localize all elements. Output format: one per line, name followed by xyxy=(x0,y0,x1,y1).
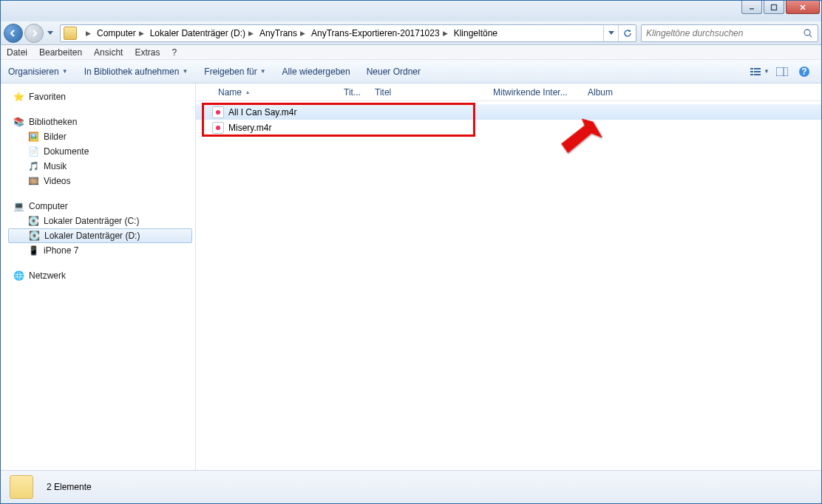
chevron-down-icon: ▼ xyxy=(260,68,266,75)
chevron-right-icon: ▶ xyxy=(248,30,254,37)
tree-network[interactable]: 🌐Netzwerk xyxy=(8,268,192,283)
breadcrumb-item[interactable]: AnyTrans▶ xyxy=(257,25,308,41)
phone-icon: 📱 xyxy=(27,245,39,256)
libraries-icon: 📚 xyxy=(13,116,24,128)
minimize-button[interactable] xyxy=(741,1,762,14)
back-button[interactable] xyxy=(4,24,23,43)
tree-music[interactable]: 🎵Musik xyxy=(8,159,192,174)
menu-datei[interactable]: Datei xyxy=(7,47,27,58)
music-icon: 🎵 xyxy=(27,160,39,172)
library-button[interactable]: In Bibliothek aufnehmen▼ xyxy=(84,67,188,77)
chevron-right-icon: ▶ xyxy=(86,30,91,37)
column-album[interactable]: Album xyxy=(582,87,656,98)
audio-file-icon xyxy=(212,122,224,134)
svg-rect-12 xyxy=(776,67,788,76)
svg-line-5 xyxy=(809,35,812,37)
menu-bearbeiten[interactable]: Bearbeiten xyxy=(39,47,82,58)
column-headers: Name▴ Tit... Titel Mitwirkende Inter... … xyxy=(196,84,821,101)
navigation-pane: ⭐Favoriten 📚Bibliotheken 🖼️Bilder 📄Dokum… xyxy=(1,84,196,487)
svg-text:?: ? xyxy=(801,67,806,77)
organize-button[interactable]: Organisieren▼ xyxy=(8,67,68,77)
documents-icon: 📄 xyxy=(27,146,39,157)
column-tit[interactable]: Tit... xyxy=(338,87,369,98)
tree-libraries[interactable]: 📚Bibliotheken xyxy=(8,115,192,129)
menu-hilfe[interactable]: ? xyxy=(171,47,177,58)
search-input[interactable] xyxy=(646,28,803,38)
breadcrumb-item[interactable]: AnyTrans-Exportieren-20171023▶ xyxy=(308,25,451,41)
breadcrumb-item[interactable]: Lokaler Datenträger (D:)▶ xyxy=(147,25,257,41)
tree-documents[interactable]: 📄Dokumente xyxy=(8,144,192,159)
column-name[interactable]: Name▴ xyxy=(212,87,338,98)
svg-point-4 xyxy=(804,30,810,35)
svg-rect-9 xyxy=(754,71,761,72)
file-row[interactable]: All I Can Say.m4r xyxy=(196,104,821,120)
close-button[interactable] xyxy=(786,1,820,14)
command-bar: Organisieren▼ In Bibliothek aufnehmen▼ F… xyxy=(1,60,821,84)
new-folder-button[interactable]: Neuer Ordner xyxy=(367,67,421,77)
search-box[interactable] xyxy=(641,24,818,42)
svg-rect-7 xyxy=(754,68,761,69)
videos-icon: 🎞️ xyxy=(27,175,39,187)
sort-asc-icon: ▴ xyxy=(246,89,249,95)
status-bar: 2 Elemente xyxy=(1,470,821,503)
chevron-down-icon: ▼ xyxy=(182,68,188,75)
tree-pictures[interactable]: 🖼️Bilder xyxy=(8,129,192,144)
folder-icon xyxy=(10,475,33,499)
chevron-right-icon: ▶ xyxy=(139,30,144,37)
address-dropdown[interactable] xyxy=(603,25,618,41)
computer-icon: 💻 xyxy=(13,200,24,212)
play-all-button[interactable]: Alle wiedergeben xyxy=(282,67,350,77)
svg-rect-6 xyxy=(750,68,753,69)
svg-rect-8 xyxy=(750,71,753,72)
chevron-right-icon: ▶ xyxy=(443,30,448,37)
svg-rect-10 xyxy=(750,74,753,75)
tree-iphone[interactable]: 📱iPhone 7 xyxy=(8,243,192,258)
tree-computer[interactable]: 💻Computer xyxy=(8,199,192,214)
share-button[interactable]: Freigeben für▼ xyxy=(204,67,265,77)
titlebar xyxy=(1,1,821,21)
help-button[interactable]: ? xyxy=(795,64,814,80)
forward-button[interactable] xyxy=(24,24,44,43)
view-options-button[interactable]: ▼ xyxy=(750,64,770,80)
pictures-icon: 🖼️ xyxy=(27,131,39,143)
maximize-button[interactable] xyxy=(764,1,784,14)
breadcrumb-item[interactable]: ▶ xyxy=(80,25,94,41)
file-list: Name▴ Tit... Titel Mitwirkende Inter... … xyxy=(196,84,821,487)
search-icon xyxy=(803,28,813,38)
history-dropdown[interactable] xyxy=(45,26,55,41)
menu-bar: Datei Bearbeiten Ansicht Extras ? xyxy=(1,45,821,60)
status-text: 2 Elemente xyxy=(47,482,92,492)
menu-ansicht[interactable]: Ansicht xyxy=(94,47,123,58)
menu-extras[interactable]: Extras xyxy=(135,47,160,58)
audio-file-icon xyxy=(212,106,224,118)
svg-rect-1 xyxy=(772,4,777,10)
breadcrumb-item[interactable]: Klingeltöne xyxy=(451,25,500,41)
content-area: ⭐Favoriten 📚Bibliotheken 🖼️Bilder 📄Dokum… xyxy=(1,84,821,487)
breadcrumb-item[interactable]: Computer▶ xyxy=(94,25,147,41)
drive-icon: 💽 xyxy=(27,215,39,227)
drive-icon: 💽 xyxy=(28,230,40,242)
tree-drive-c[interactable]: 💽Lokaler Datenträger (C:) xyxy=(8,214,192,228)
refresh-button[interactable] xyxy=(618,25,636,41)
column-contributors[interactable]: Mitwirkende Inter... xyxy=(487,87,582,98)
preview-pane-button[interactable] xyxy=(772,64,792,80)
column-titel[interactable]: Titel xyxy=(369,87,487,98)
address-bar-row: ▶ Computer▶ Lokaler Datenträger (D:)▶ An… xyxy=(1,21,821,45)
tree-videos[interactable]: 🎞️Videos xyxy=(8,174,192,188)
file-row[interactable]: Misery.m4r xyxy=(196,120,821,135)
tree-favorites[interactable]: ⭐Favoriten xyxy=(8,89,192,104)
svg-rect-11 xyxy=(754,74,761,75)
chevron-right-icon: ▶ xyxy=(300,30,305,37)
tree-drive-d[interactable]: 💽Lokaler Datenträger (D:) xyxy=(8,228,192,243)
chevron-down-icon: ▼ xyxy=(62,68,68,75)
address-bar[interactable]: ▶ Computer▶ Lokaler Datenträger (D:)▶ An… xyxy=(60,24,636,42)
folder-icon xyxy=(64,27,77,40)
network-icon: 🌐 xyxy=(13,270,24,282)
star-icon: ⭐ xyxy=(13,91,24,103)
